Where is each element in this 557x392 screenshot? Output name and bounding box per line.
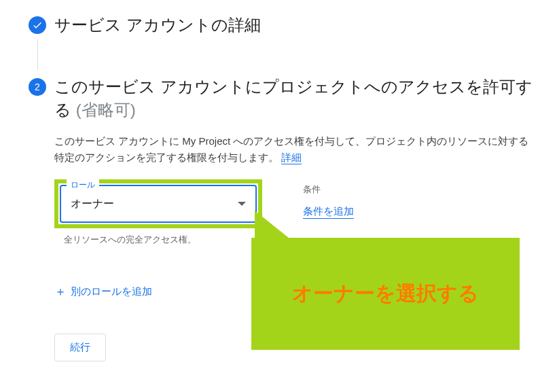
step2-title-optional: (省略可) [76,101,136,119]
add-another-role-button[interactable]: ＋ 別のロールを追加 [54,283,152,300]
annotation-pointer [255,211,289,238]
step-connector [37,39,38,70]
step2-title: このサービス アカウントにプロジェクトへのアクセスを許可する (省略可) [54,75,537,121]
step1-title: サービス アカウントの詳細 [54,14,261,37]
annotation-callout: オーナーを選択する [251,238,520,350]
add-condition-link[interactable]: 条件を追加 [303,205,354,219]
role-value: オーナー [71,197,238,211]
step2-number-icon: 2 [29,78,46,96]
role-helper-text: 全リソースへの完全アクセス権。 [64,234,262,246]
step2-description: このサービス アカウントに My Project へのアクセス権を付与して、プロ… [54,133,530,166]
learn-more-link[interactable]: 詳細 [281,152,302,164]
continue-button[interactable]: 続行 [54,334,106,361]
condition-label: 条件 [303,183,354,196]
annotation-text: オーナーを選択する [292,280,479,308]
plus-icon: ＋ [54,283,67,300]
chevron-down-icon [238,202,246,206]
role-field-label: ロール [67,179,99,191]
role-dropdown[interactable]: ロール オーナー [60,185,257,223]
add-role-label: 別のロールを追加 [71,285,152,298]
role-highlight: ロール オーナー [54,179,262,228]
step-done-icon [29,16,46,34]
